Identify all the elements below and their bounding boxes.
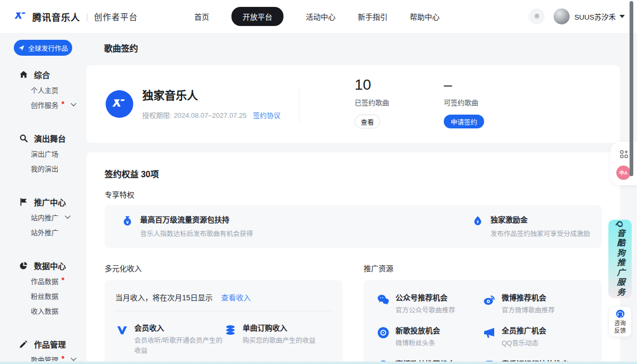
sidebar-item-label: 站外推广 — [31, 227, 58, 237]
promo-item-title: 公众号推荐机会 — [395, 292, 455, 302]
sidebar-item-performance-stage[interactable]: 演出舞台 — [0, 130, 85, 146]
send-icon — [18, 45, 25, 51]
sidebar-group-stage: 演出舞台 演出广场 我的演出 — [0, 130, 85, 176]
notification-bell-button[interactable] — [529, 8, 545, 24]
pie-chart-icon — [19, 261, 28, 270]
apps-widget-button[interactable] — [616, 146, 631, 161]
chevron-down-icon — [71, 358, 76, 361]
sidebar-item-fans-data[interactable]: 粉丝数据 — [0, 288, 85, 303]
brand-name: 腾讯音乐人 — [32, 10, 80, 23]
sidebar-item-data-center[interactable]: 数据中心 — [0, 257, 85, 273]
promo-item-title: 全员推广机会 — [502, 325, 546, 335]
sidebar-item-offsite-promotion[interactable]: 站外推广 — [0, 224, 85, 239]
sidebar-item-promotion-center[interactable]: 推广中心 — [0, 194, 85, 210]
benefits-title: 签约权益 30项 — [105, 167, 602, 180]
nav-open-platform[interactable]: 开放平台 — [231, 7, 283, 26]
sidebar-item-performance-square[interactable]: 演出广场 — [0, 146, 85, 161]
top-navigation: 首页 开放平台 活动中心 新手指引 帮助中心 — [194, 0, 440, 33]
privilege-title-text: 独家激励金 — [490, 214, 590, 224]
search-icon — [19, 134, 28, 143]
sidebar-item-profile[interactable]: 个人主页 — [0, 82, 85, 97]
income-section-title: 多元化收入 — [105, 263, 342, 273]
sidebar-item-label: 站内推广 — [31, 212, 58, 222]
sidebar-item-my-performance[interactable]: 我的演出 — [0, 161, 85, 176]
global-publish-button[interactable]: 全球发行作品 — [14, 40, 72, 56]
sidebar-group-label: 作品管理 — [34, 339, 66, 350]
promo-item-desc: 官方微博歌曲推荐 — [502, 306, 555, 316]
promo-item-title: 新歌投放机会 — [395, 325, 440, 335]
sidebar-item-label: 收入数据 — [31, 306, 58, 316]
view-button[interactable]: 查看 — [355, 115, 380, 128]
promo-item-title: 微博推荐机会 — [502, 292, 555, 302]
income-item-vip: 会员收入 会员收听/听歌开通会员产生的收益 — [115, 322, 223, 357]
wechat-icon — [376, 293, 390, 307]
apply-sign-button[interactable]: 申请签约 — [444, 115, 484, 128]
privilege-title-text: 最高百万级流量资源包扶持 — [140, 214, 253, 224]
discs-icon — [223, 323, 237, 337]
translate-button[interactable]: 中A — [616, 166, 631, 180]
red-dot-badge — [62, 278, 64, 280]
signed-songs-stat: 10 已签约歌曲 查看 — [355, 76, 389, 128]
promo-section-title: 推广资源 — [364, 263, 602, 273]
feedback-button[interactable]: 咨询 反馈 — [608, 306, 632, 337]
sidebar-item-income-data[interactable]: 收入数据 — [0, 303, 85, 318]
income-item-title: 会员收入 — [134, 322, 222, 333]
privilege-section-title: 专享特权 — [105, 189, 602, 200]
weibo-icon — [483, 293, 496, 307]
user-menu[interactable]: SUUS苏汐禾 — [574, 0, 625, 33]
user-avatar[interactable] — [554, 8, 570, 24]
available-songs-label: 可签约歌曲 — [444, 97, 484, 107]
scrollbar-thumb[interactable] — [630, 1, 633, 176]
headset-icon — [615, 309, 625, 319]
brand-logo[interactable]: 腾讯音乐人 | 创作者平台 — [14, 0, 137, 33]
brand-suffix: 创作者平台 — [94, 11, 138, 22]
view-income-link[interactable]: 查看收入 — [221, 292, 251, 302]
nav-help-center[interactable]: 帮助中心 — [410, 11, 440, 22]
sidebar-group-data: 数据中心 作品数据 粉丝数据 收入数据 — [0, 257, 85, 318]
global-publish-label: 全球发行作品 — [28, 43, 68, 53]
sidebar-item-works-management[interactable]: 作品管理 — [0, 336, 85, 352]
nav-beginner-guide[interactable]: 新手指引 — [358, 11, 388, 22]
privilege-desc-text: 音乐人指数达标后发布歌曲有机会获得 — [140, 228, 253, 238]
privilege-item-traffic: ¥ 最高百万级流量资源包扶持 音乐人指数达标后发布歌曲有机会获得 — [120, 214, 253, 238]
income-item-title: 单曲订购收入 — [243, 322, 316, 333]
tme-logo-icon — [14, 10, 28, 23]
promo-item-desc: QQ音乐动态 — [502, 339, 546, 349]
vip-icon — [115, 323, 129, 337]
sidebar-item-label: 我的演出 — [31, 163, 58, 174]
bonus-drop-icon — [471, 215, 485, 229]
pencil-icon — [19, 340, 28, 349]
sidebar-item-works-data[interactable]: 作品数据 — [0, 273, 85, 288]
promo-item-all-promotion: 全员推广机会 QQ音乐动态 — [483, 325, 589, 349]
apps-grid-icon — [620, 150, 628, 158]
sidebar-item-creation-service[interactable]: 创作服务 — [0, 97, 85, 112]
sidebar-item-onsite-promotion[interactable]: 站内推广 — [0, 210, 85, 224]
sidebar-group-promotion: 推广中心 站内推广 站外推广 — [0, 194, 85, 239]
promo-service-banner[interactable]: Q音酷狗推广服务 — [608, 220, 632, 298]
income-section: 多元化收入 当月收入，将在次月15日显示 查看收入 — [105, 263, 342, 364]
sidebar-item-label: 演出广场 — [31, 149, 58, 159]
musician-logo-badge — [106, 90, 133, 118]
nav-home[interactable]: 首页 — [194, 11, 209, 22]
top-header: 腾讯音乐人 | 创作者平台 首页 开放平台 活动中心 新手指引 帮助中心 SUU… — [0, 0, 637, 33]
benefits-card: 签约权益 30项 专享特权 ¥ 最高百万级流量资源包扶持 音乐人指数达标后发布歌… — [87, 152, 620, 364]
agreement-link[interactable]: 签约协议 — [253, 110, 281, 120]
promo-item-wechat: 公众号推荐机会 官方公众号歌曲推荐 — [376, 292, 483, 316]
red-dot-badge — [62, 101, 64, 104]
tme-logo-icon — [111, 96, 127, 112]
megaphone-icon — [483, 326, 496, 340]
promo-item-new-song: 新歌投放机会 微博粉丝头条 — [376, 325, 483, 349]
red-dot-badge — [62, 356, 64, 359]
feedback-label-line1: 咨询 — [614, 320, 626, 327]
sidebar-item-label: 个人主页 — [31, 85, 58, 95]
brand-separator: | — [86, 12, 88, 21]
promo-item-desc: 微博粉丝头条 — [395, 339, 440, 349]
bell-icon — [533, 13, 541, 21]
sidebar-item-label: 创作服务 — [31, 100, 58, 110]
nav-activity-center[interactable]: 活动中心 — [306, 11, 335, 22]
promo-banner-text: Q音酷狗推广服务 — [614, 221, 626, 298]
vertical-divider — [299, 86, 299, 123]
user-name-label: SUUS苏汐禾 — [574, 11, 616, 22]
sidebar-item-general[interactable]: 综合 — [0, 66, 85, 82]
signed-songs-label: 已签约歌曲 — [355, 97, 389, 107]
